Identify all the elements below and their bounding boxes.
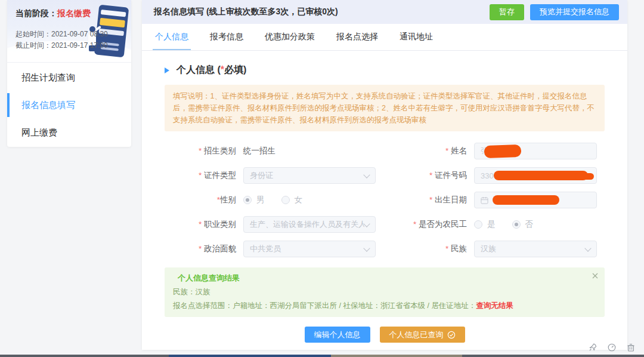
tab-contact-address[interactable]: 通讯地址 bbox=[400, 24, 433, 50]
sidebar-item-online-payment[interactable]: 网上缴费 bbox=[7, 119, 131, 146]
migrant-radio-yes[interactable]: 是 bbox=[474, 219, 496, 230]
tab-personal-info[interactable]: 个人信息 bbox=[155, 24, 188, 50]
id-number-input[interactable]: 330 bbox=[474, 167, 597, 184]
sidebar-item-label: 招生计划查询 bbox=[21, 72, 75, 84]
redaction-blob bbox=[494, 171, 588, 180]
sidebar-stage-panel: 当前阶段：报名缴费 起始时间：2021-09-07 08:30 截止时间：202… bbox=[7, 0, 131, 63]
id-type-select[interactable]: 身份证 bbox=[243, 167, 376, 184]
action-buttons: 编辑个人信息 个人信息已查询 bbox=[165, 327, 605, 343]
section-arrow-icon bbox=[165, 67, 169, 73]
sidebar-menu: 招生计划查询 报名信息填写 网上缴费 bbox=[7, 63, 131, 146]
sidebar-item-label: 网上缴费 bbox=[21, 127, 57, 139]
check-circle-icon bbox=[447, 331, 456, 339]
field-birth-date: * 出生日期 bbox=[385, 191, 605, 209]
stage-value: 报名缴费 bbox=[57, 8, 91, 18]
migrant-worker-label: * 是否为农民工 bbox=[385, 219, 474, 230]
query-result-title: 个人信息查询结果 bbox=[173, 273, 587, 284]
occupation-select[interactable]: 生产、运输设备操作人员及有关人员 bbox=[243, 216, 376, 233]
field-enroll-type: * 招生类别 统一招生 bbox=[165, 142, 385, 160]
occupation-label: * 职业类别 bbox=[165, 219, 243, 230]
chevron-down-icon bbox=[363, 220, 370, 227]
id-type-label: * 证件类型 bbox=[165, 170, 243, 181]
id-number-label: * 证件号码 bbox=[385, 170, 474, 181]
gauge-icon[interactable] bbox=[607, 343, 617, 352]
section-header: 个人信息 (*必填) bbox=[165, 64, 605, 76]
gender-radio-male[interactable]: 男 bbox=[243, 195, 265, 205]
bottom-edge-segment bbox=[331, 355, 462, 357]
main-header: 报名信息填写 (线上审核次数至多3次，已审核0次) 暂存 预览并提交报名信息 bbox=[142, 0, 627, 24]
birth-date-label: * 出生日期 bbox=[385, 195, 474, 205]
migrant-radio-no[interactable]: 否 bbox=[512, 219, 534, 230]
preview-submit-button[interactable]: 预览并提交报名信息 bbox=[530, 4, 619, 20]
bottom-window-edge bbox=[0, 355, 644, 357]
close-icon[interactable] bbox=[592, 272, 599, 279]
active-indicator-bar bbox=[7, 93, 10, 117]
chevron-down-icon bbox=[363, 171, 370, 178]
start-time: 起始时间：2021-09-07 08:30 bbox=[16, 29, 131, 40]
chevron-down-icon bbox=[363, 245, 370, 251]
floating-tools bbox=[588, 343, 636, 352]
radio-icon bbox=[512, 220, 521, 229]
section-title: 个人信息 (*必填) bbox=[177, 64, 246, 76]
field-id-type: * 证件类型 身份证 bbox=[165, 167, 385, 184]
page-title: 报名信息填写 (线上审核次数至多3次，已审核0次) bbox=[154, 7, 338, 17]
radio-icon bbox=[243, 196, 252, 204]
fill-instructions-notice: 填写说明：1、证件类型选择身份证，姓名填写为中文，支持系统自动验证；证件类型选择… bbox=[165, 85, 605, 131]
field-id-number: * 证件号码 330 bbox=[385, 167, 605, 184]
field-gender: *性别 男 女 bbox=[165, 191, 385, 209]
political-status-select[interactable]: 中共党员 bbox=[243, 241, 376, 257]
field-ethnicity: * 民族 汉族 bbox=[385, 240, 605, 258]
redaction-blob bbox=[493, 195, 559, 205]
enroll-type-value: 统一招生 bbox=[243, 146, 275, 156]
political-status-label: * 政治面貌 bbox=[165, 244, 243, 254]
bottom-edge-segment bbox=[169, 355, 331, 357]
rocket-icon[interactable] bbox=[588, 343, 597, 352]
personal-info-form: * 招生类别 统一招生 * 姓名 张 * 证件类型 身份证 bbox=[165, 142, 605, 258]
edit-personal-info-button[interactable]: 编辑个人信息 bbox=[305, 327, 370, 343]
tab-bonus-policy[interactable]: 优惠加分政策 bbox=[265, 24, 315, 50]
radio-icon bbox=[281, 196, 290, 204]
ethnicity-select[interactable]: 汉族 bbox=[474, 241, 597, 257]
name-input[interactable]: 张 bbox=[474, 143, 597, 159]
sidebar-item-enrollment-plan[interactable]: 招生计划查询 bbox=[7, 64, 131, 91]
stage-times: 起始时间：2021-09-07 08:30 截止时间：2021-09-17 17… bbox=[16, 29, 131, 51]
gender-label: *性别 bbox=[165, 195, 243, 205]
tab-exam-info[interactable]: 报考信息 bbox=[210, 24, 243, 50]
no-result-text: 查询无结果 bbox=[476, 301, 513, 310]
birth-date-input[interactable] bbox=[474, 192, 597, 208]
radio-icon bbox=[474, 220, 482, 229]
personal-info-content: 个人信息 (*必填) 填写说明：1、证件类型选择身份证，姓名填写为中文，支持系统… bbox=[142, 64, 627, 357]
chevron-down-icon bbox=[584, 245, 591, 251]
ethnicity-label: * 民族 bbox=[385, 244, 474, 254]
trash-icon[interactable] bbox=[626, 343, 636, 352]
personal-info-query-result: 个人信息查询结果 民族：汉族 报名点选择范围：户籍地址：西湖分局留下派出所 / … bbox=[165, 267, 605, 317]
registration-page: 当前阶段：报名缴费 起始时间：2021-09-07 08:30 截止时间：202… bbox=[0, 0, 644, 357]
save-draft-button[interactable]: 暂存 bbox=[490, 4, 524, 20]
sidebar-item-registration-info[interactable]: 报名信息填写 bbox=[7, 91, 131, 119]
sidebar-item-label: 报名信息填写 bbox=[21, 100, 75, 111]
stage-label: 当前阶段： bbox=[16, 8, 57, 18]
field-political-status: * 政治面貌 中共党员 bbox=[165, 240, 385, 258]
gender-radio-female[interactable]: 女 bbox=[281, 195, 303, 205]
query-result-ethnicity: 民族：汉族 bbox=[173, 287, 587, 297]
name-label: * 姓名 bbox=[385, 146, 474, 156]
end-time: 截止时间：2021-09-17 17:00 bbox=[16, 40, 131, 51]
main-panel: 报名信息填写 (线上审核次数至多3次，已审核0次) 暂存 预览并提交报名信息 个… bbox=[142, 0, 627, 350]
enroll-type-label: * 招生类别 bbox=[165, 146, 243, 156]
field-occupation: * 职业类别 生产、运输设备操作人员及有关人员 bbox=[165, 216, 385, 233]
sidebar: 当前阶段：报名缴费 起始时间：2021-09-07 08:30 截止时间：202… bbox=[7, 0, 131, 147]
tab-bar: 个人信息 报考信息 优惠加分政策 报名点选择 通讯地址 bbox=[142, 24, 627, 51]
tab-site-selection[interactable]: 报名点选择 bbox=[336, 24, 378, 50]
redaction-blob bbox=[484, 144, 522, 158]
query-result-range: 报名点选择范围：户籍地址：西湖分局留下派出所 / 社保地址：浙江省省本级 / 居… bbox=[173, 300, 587, 311]
calendar-icon bbox=[481, 196, 488, 204]
info-queried-button[interactable]: 个人信息已查询 bbox=[380, 327, 465, 343]
current-stage: 当前阶段：报名缴费 bbox=[7, 0, 131, 19]
field-migrant-worker: * 是否为农民工 是 否 bbox=[385, 216, 605, 233]
redaction-blob bbox=[575, 173, 594, 180]
field-name: * 姓名 张 bbox=[385, 142, 605, 160]
